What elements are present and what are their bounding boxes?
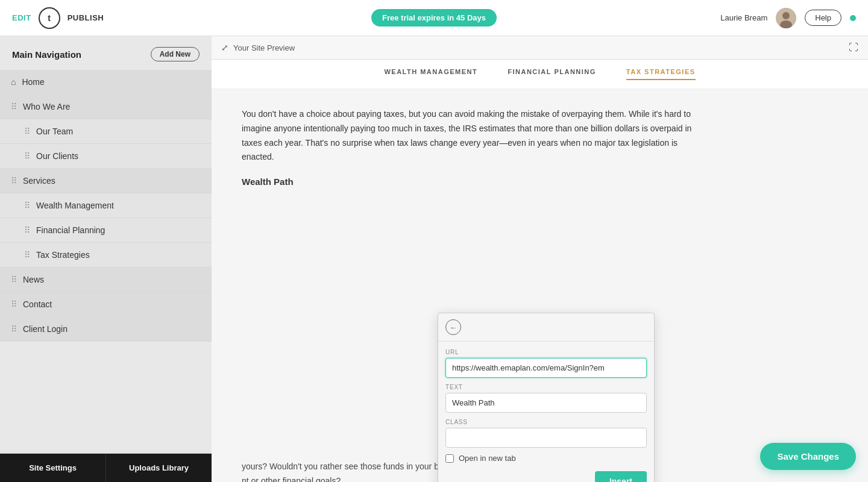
drag-handle-icon: ⠿ — [11, 299, 17, 309]
drag-handle-icon: ⠿ — [24, 250, 30, 260]
nav-item-label: Contact — [23, 299, 52, 309]
sidebar-item-wealth-management[interactable]: ⠿ Wealth Management — [0, 193, 212, 218]
preview-topbar-left: ⤢ Your Site Preview — [221, 43, 295, 52]
sidebar-item-who-we-are[interactable]: ⠿ Who We Are — [0, 95, 212, 119]
drag-handle-icon: ⠿ — [24, 151, 30, 161]
top-bar-left: EDIT t PUBLISH — [12, 7, 104, 29]
drag-handle-icon: ⠿ — [11, 324, 17, 334]
uploads-library-button[interactable]: Uploads Library — [106, 454, 212, 482]
drag-handle-icon: ⠿ — [24, 201, 30, 210]
nav-item-label: Home — [22, 77, 44, 87]
preview-label: Your Site Preview — [233, 43, 295, 52]
drag-handle-icon: ⠿ — [24, 225, 30, 235]
link-editor-popup: ← URL Text Class — [438, 313, 655, 482]
insert-button[interactable]: Insert — [595, 471, 647, 482]
open-new-tab-label: Open in new tab — [459, 454, 516, 463]
user-name: Laurie Bream — [720, 13, 767, 22]
url-label: URL — [445, 349, 647, 355]
sidebar-item-our-clients[interactable]: ⠿ Our Clients — [0, 144, 212, 169]
sidebar: Main Navigation Add New ⌂ Home ⠿ Who We … — [0, 36, 212, 482]
link-editor-back-row: ← — [438, 313, 654, 342]
preview-topbar: ⤢ Your Site Preview ⛶ — [212, 36, 868, 60]
class-input[interactable] — [445, 428, 647, 448]
status-dot — [850, 15, 856, 21]
wealth-path-title: Wealth Path — [242, 177, 838, 187]
url-field-group: URL — [445, 349, 647, 378]
nav-item-label: Our Team — [36, 127, 73, 136]
edit-label[interactable]: EDIT — [12, 13, 31, 22]
drag-handle-icon: ⠿ — [11, 176, 17, 186]
publish-label[interactable]: PUBLISH — [68, 13, 104, 22]
open-new-tab-checkbox[interactable] — [445, 454, 454, 463]
class-field-group: Class — [445, 419, 647, 448]
text-input[interactable] — [445, 393, 647, 413]
nav-item-label: Financial Planning — [36, 225, 105, 235]
site-nav-item-financial[interactable]: FINANCIAL PLANNING — [508, 68, 596, 80]
back-arrow-icon: ← — [450, 323, 458, 332]
nav-item-label: Who We Are — [23, 102, 70, 111]
sidebar-footer: Site Settings Uploads Library — [0, 453, 212, 482]
home-icon: ⌂ — [11, 77, 16, 87]
sidebar-item-news[interactable]: ⠿ News — [0, 268, 212, 292]
sidebar-item-contact[interactable]: ⠿ Contact — [0, 292, 212, 317]
fullscreen-icon[interactable]: ⛶ — [849, 42, 858, 53]
sidebar-item-tax-strategies[interactable]: ⠿ Tax Strategies — [0, 243, 212, 268]
sidebar-item-home[interactable]: ⌂ Home — [0, 70, 212, 95]
nav-item-label: Services — [23, 176, 55, 186]
drag-handle-icon: ⠿ — [11, 102, 17, 111]
sidebar-item-financial-planning[interactable]: ⠿ Financial Planning — [0, 218, 212, 243]
body-paragraph: You don't have a choice about paying tax… — [242, 107, 700, 164]
trial-badge[interactable]: Free trial expires in 45 Days — [371, 9, 497, 27]
text-field-group: Text — [445, 384, 647, 413]
help-button[interactable]: Help — [805, 10, 841, 26]
site-nav-item-wealth[interactable]: WEALTH MANAGEMENT — [384, 68, 477, 80]
class-label: Class — [445, 419, 647, 425]
nav-item-label: Wealth Management — [36, 201, 114, 210]
nav-item-label: Client Login — [23, 324, 68, 334]
text-label: Text — [445, 384, 647, 390]
sidebar-item-services[interactable]: ⠿ Services — [0, 169, 212, 193]
url-input[interactable] — [445, 358, 647, 378]
svg-point-1 — [782, 12, 790, 19]
nav-item-label: Our Clients — [36, 151, 78, 161]
top-bar-right: Laurie Bream Help — [720, 8, 856, 28]
sidebar-item-our-team[interactable]: ⠿ Our Team — [0, 119, 212, 144]
add-new-button[interactable]: Add New — [151, 47, 200, 61]
site-nav: WEALTH MANAGEMENT FINANCIAL PLANNING TAX… — [212, 60, 868, 89]
avatar — [776, 8, 796, 28]
sidebar-title: Main Navigation — [12, 49, 81, 60]
save-changes-button[interactable]: Save Changes — [760, 443, 856, 470]
site-preview-area: ⤢ Your Site Preview ⛶ WEALTH MANAGEMENT … — [212, 36, 868, 482]
logo-circle[interactable]: t — [39, 7, 60, 29]
expand-icon[interactable]: ⤢ — [221, 43, 228, 52]
site-nav-item-tax[interactable]: TAX STRATEGIES — [626, 68, 696, 80]
nav-item-label: Tax Strategies — [36, 250, 90, 260]
drag-handle-icon: ⠿ — [24, 127, 30, 136]
main-area: Main Navigation Add New ⌂ Home ⠿ Who We … — [0, 36, 868, 482]
drag-handle-icon: ⠿ — [11, 275, 17, 284]
site-settings-button[interactable]: Site Settings — [0, 454, 106, 482]
back-button[interactable]: ← — [445, 319, 461, 335]
link-editor-form: URL Text Class Open in new tab — [438, 342, 654, 482]
nav-item-label: News — [23, 275, 44, 284]
partial-text-2: nt or other financial goals? — [242, 476, 341, 482]
sidebar-item-client-login[interactable]: ⠿ Client Login — [0, 317, 212, 342]
site-content: WEALTH MANAGEMENT FINANCIAL PLANNING TAX… — [212, 60, 868, 482]
sidebar-header: Main Navigation Add New — [0, 36, 212, 70]
open-new-tab-row: Open in new tab — [445, 454, 647, 463]
top-bar: EDIT t PUBLISH Free trial expires in 45 … — [0, 0, 868, 36]
